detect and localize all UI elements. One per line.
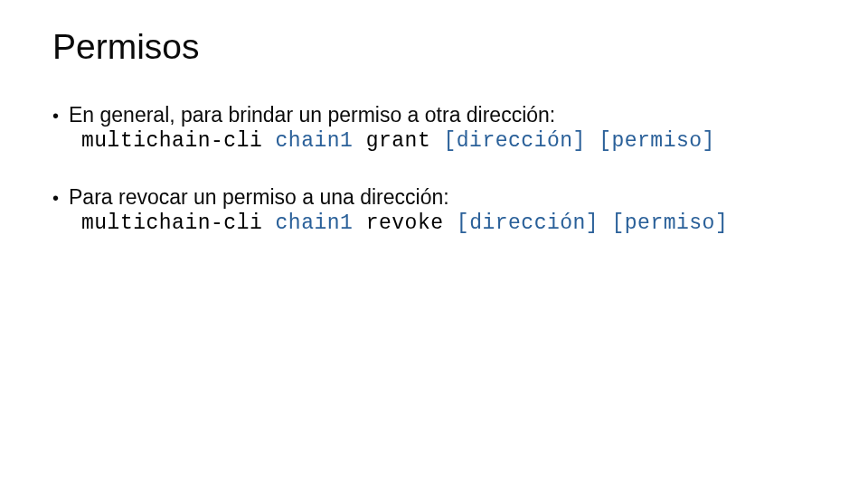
bullet-text: Para revocar un permiso a una dirección: [69, 185, 449, 210]
code-token [444, 211, 457, 235]
code-revoke: multichain-cli chain1 revoke [dirección]… [81, 211, 816, 235]
code-token: [permiso] [611, 211, 728, 235]
code-token [586, 129, 599, 153]
code-token [262, 129, 275, 153]
code-token: grant [366, 129, 431, 153]
code-grant: multichain-cli chain1 grant [dirección] … [81, 129, 816, 153]
bullet-dot: • [52, 188, 69, 209]
bullet-text: En general, para brindar un permiso a ot… [69, 103, 555, 127]
code-token: multichain-cli [81, 129, 262, 153]
code-token: chain1 [276, 129, 354, 153]
slide-title: Permisos [52, 27, 816, 67]
code-token [262, 211, 275, 235]
bullet-dot: • [52, 106, 69, 127]
code-token: [permiso] [599, 129, 715, 153]
bullet-item: • En general, para brindar un permiso a … [52, 103, 816, 127]
code-token [599, 211, 611, 235]
code-token: [dirección] [444, 129, 586, 153]
code-token: multichain-cli [81, 211, 262, 235]
code-token [353, 211, 365, 235]
code-token [430, 129, 443, 153]
code-token: [dirección] [457, 211, 599, 235]
slide: Permisos • En general, para brindar un p… [0, 0, 868, 488]
code-token: revoke [366, 211, 444, 235]
code-token: chain1 [276, 211, 354, 235]
bullet-item: • Para revocar un permiso a una direcció… [52, 185, 816, 210]
code-token [353, 129, 365, 153]
